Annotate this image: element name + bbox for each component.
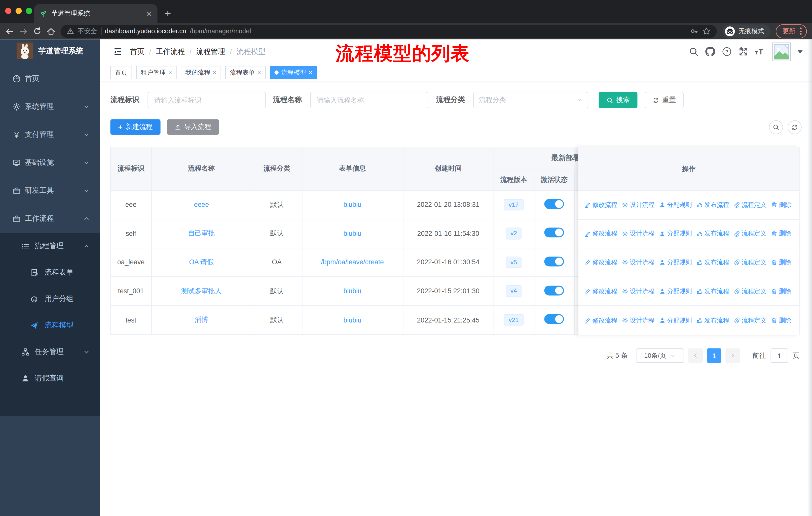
import-process-button[interactable]: 导入流程 [167,119,219,135]
tab-tag[interactable]: 租户管理× [136,66,177,79]
sidebar-item-home[interactable]: 首页 [0,65,100,93]
process-name-link[interactable]: eeee [194,201,209,209]
window-close-button[interactable] [5,8,11,14]
page-size-select[interactable]: 10条/页 [636,349,684,363]
address-bar[interactable]: 不安全 dashboard.yudao.iocoder.cn/bpm/manag… [61,25,717,37]
modify-process-link[interactable]: 修改流程 [585,316,617,325]
show-search-button[interactable] [769,120,783,134]
browser-tab[interactable]: 芋道管理系统 ✕ [34,4,157,23]
sidebar-item-system[interactable]: 系统管理 [0,93,100,121]
home-button[interactable] [47,27,55,35]
process-definition-link[interactable]: 流程定义 [734,258,766,267]
refresh-button[interactable] [788,120,802,134]
delete-link[interactable]: 删除 [771,229,791,238]
process-name-link[interactable]: 测试多审批人 [181,287,222,295]
close-icon[interactable]: × [258,70,261,76]
next-page-button[interactable] [725,349,740,363]
form-info-link[interactable]: biubiu [343,316,361,324]
form-info-link[interactable]: biubiu [343,229,361,237]
category-select[interactable]: 流程分类 [473,92,588,108]
delete-link[interactable]: 删除 [771,316,791,325]
avatar[interactable] [772,42,791,61]
browser-update-button[interactable]: 更新 [776,24,807,38]
fullscreen-icon[interactable] [738,47,748,56]
process-key-input[interactable] [147,92,265,108]
sidebar-collapse-icon[interactable] [113,47,123,56]
activation-toggle[interactable] [544,314,564,324]
back-button[interactable] [5,27,14,35]
sidebar-item-devtools[interactable]: 研发工具 [0,177,100,205]
new-tab-button[interactable]: + [165,7,171,23]
publish-process-link[interactable]: 发布流程 [696,316,729,325]
prev-page-button[interactable] [688,349,703,363]
window-minimize-button[interactable] [16,8,22,14]
design-process-link[interactable]: 设计流程 [622,287,655,296]
sidebar-item-user-group[interactable]: 用户分组 [0,286,100,312]
breadcrumb-process-mgmt[interactable]: 流程管理 [196,47,225,56]
goto-page-input[interactable] [771,349,788,363]
sidebar-item-process-form[interactable]: 流程表单 [0,259,100,286]
reset-button[interactable]: 重置 [645,92,684,108]
activation-toggle[interactable] [544,256,564,266]
delete-link[interactable]: 删除 [771,258,791,267]
create-process-button[interactable]: + 新建流程 [110,119,160,135]
delete-link[interactable]: 删除 [771,200,791,209]
security-label[interactable]: 不安全 [78,27,97,35]
font-size-icon[interactable]: TT [755,47,765,56]
sidebar-item-task-mgmt[interactable]: 任务管理 [0,338,100,365]
sidebar-item-process-mgmt[interactable]: 流程管理 [0,233,100,259]
forward-button[interactable] [19,27,28,35]
tab-tag[interactable]: 流程表单× [225,66,266,79]
tab-close-icon[interactable]: ✕ [146,9,152,18]
design-process-link[interactable]: 设计流程 [622,316,655,325]
activation-toggle[interactable] [544,199,564,209]
modify-process-link[interactable]: 修改流程 [585,287,617,296]
reload-button[interactable] [33,27,41,35]
delete-link[interactable]: 删除 [771,287,791,296]
design-process-link[interactable]: 设计流程 [622,229,655,238]
design-process-link[interactable]: 设计流程 [622,200,655,209]
sidebar-item-process-model[interactable]: 流程模型 [0,312,100,338]
search-icon[interactable] [689,47,698,56]
publish-process-link[interactable]: 发布流程 [696,229,729,238]
assign-rule-link[interactable]: 分配规则 [659,316,692,325]
search-button[interactable]: 搜索 [599,92,637,108]
sidebar-item-infra[interactable]: 基础设施 [0,148,100,176]
tab-tag[interactable]: 首页 [110,66,132,79]
process-definition-link[interactable]: 流程定义 [734,229,766,238]
process-name-link[interactable]: 自己审批 [188,229,215,237]
publish-process-link[interactable]: 发布流程 [696,258,729,267]
process-definition-link[interactable]: 流程定义 [734,287,766,296]
sidebar-item-workflow[interactable]: 工作流程 [0,205,100,233]
publish-process-link[interactable]: 发布流程 [696,200,729,209]
window-zoom-button[interactable] [26,8,32,14]
activation-toggle[interactable] [544,228,564,238]
tab-tag[interactable]: 流程模型× [270,66,317,79]
modify-process-link[interactable]: 修改流程 [585,200,617,209]
modify-process-link[interactable]: 修改流程 [585,229,617,238]
breadcrumb-workflow[interactable]: 工作流程 [156,47,185,56]
process-definition-link[interactable]: 流程定义 [734,316,766,325]
activation-toggle[interactable] [544,286,564,295]
browser-menu-icon[interactable] [800,27,802,35]
security-warning-icon[interactable] [67,27,74,35]
avatar-dropdown-caret[interactable] [798,50,803,53]
form-info-link[interactable]: biubiu [343,287,361,295]
close-icon[interactable]: × [213,70,216,76]
close-icon[interactable]: × [309,70,312,76]
process-name-input[interactable] [310,92,428,108]
github-icon[interactable] [705,47,715,56]
assign-rule-link[interactable]: 分配规则 [659,200,692,209]
bookmark-star-icon[interactable] [702,27,710,35]
design-process-link[interactable]: 设计流程 [622,258,655,267]
publish-process-link[interactable]: 发布流程 [696,287,729,296]
scrollbar[interactable] [807,39,812,516]
assign-rule-link[interactable]: 分配规则 [659,287,692,296]
sidebar-item-leave-query[interactable]: 请假查询 [0,365,100,391]
close-icon[interactable]: × [168,70,172,76]
help-icon[interactable]: ? [722,47,732,56]
process-name-link[interactable]: 滔博 [195,316,208,324]
password-key-icon[interactable] [690,27,699,35]
assign-rule-link[interactable]: 分配规则 [659,229,692,238]
page-number-current[interactable]: 1 [707,349,721,363]
